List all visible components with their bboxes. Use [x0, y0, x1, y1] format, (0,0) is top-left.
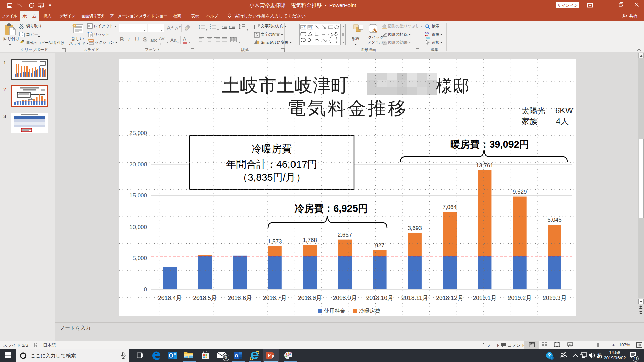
svg-text:家族: 家族 — [521, 117, 537, 126]
svg-text:2018.6月: 2018.6月 — [228, 295, 252, 301]
svg-text:6KW: 6KW — [555, 106, 573, 115]
svg-text:5,045: 5,045 — [547, 217, 562, 223]
svg-text:2018.8月: 2018.8月 — [298, 295, 322, 301]
svg-text:2018.9月: 2018.9月 — [333, 295, 357, 301]
svg-text:2018.12月: 2018.12月 — [436, 295, 463, 301]
svg-text:使用料金: 使用料金 — [324, 308, 345, 314]
svg-text:冷暖房費: 冷暖房費 — [252, 143, 292, 154]
svg-text:5,000: 5,000 — [132, 255, 147, 261]
svg-text:2018.10月: 2018.10月 — [366, 295, 393, 301]
svg-text:様邸: 様邸 — [436, 77, 470, 95]
svg-text:1,768: 1,768 — [303, 237, 317, 243]
svg-text:（3,835円/月）: （3,835円/月） — [237, 172, 306, 183]
svg-text:13,761: 13,761 — [476, 162, 493, 169]
svg-text:10,000: 10,000 — [129, 224, 147, 230]
svg-text:電気料金推移: 電気料金推移 — [287, 98, 408, 118]
svg-text:2018.11月: 2018.11月 — [401, 295, 428, 301]
svg-text:2018.7月: 2018.7月 — [263, 295, 287, 301]
svg-text:4人: 4人 — [556, 117, 569, 126]
svg-text:土岐市土岐津町: 土岐市土岐津町 — [222, 75, 349, 95]
svg-text:太陽光: 太陽光 — [521, 106, 545, 115]
svg-text:冷房費：6,925円: 冷房費：6,925円 — [294, 203, 368, 214]
svg-text:年間合計：46,017円: 年間合計：46,017円 — [226, 159, 317, 170]
svg-text:2018.4月: 2018.4月 — [158, 295, 182, 301]
svg-text:2019.1月: 2019.1月 — [473, 295, 496, 301]
svg-text:927: 927 — [375, 242, 384, 249]
svg-text:暖房費：39,092円: 暖房費：39,092円 — [450, 139, 529, 150]
svg-text:0: 0 — [144, 286, 147, 293]
svg-text:2,657: 2,657 — [338, 232, 352, 238]
svg-text:2019.3月: 2019.3月 — [543, 295, 567, 301]
svg-text:冷暖房費: 冷暖房費 — [359, 308, 380, 314]
svg-text:i: i — [551, 356, 552, 360]
svg-text:2019.2月: 2019.2月 — [508, 295, 532, 301]
svg-text:3,693: 3,693 — [408, 225, 422, 231]
svg-text:7,064: 7,064 — [442, 204, 457, 210]
